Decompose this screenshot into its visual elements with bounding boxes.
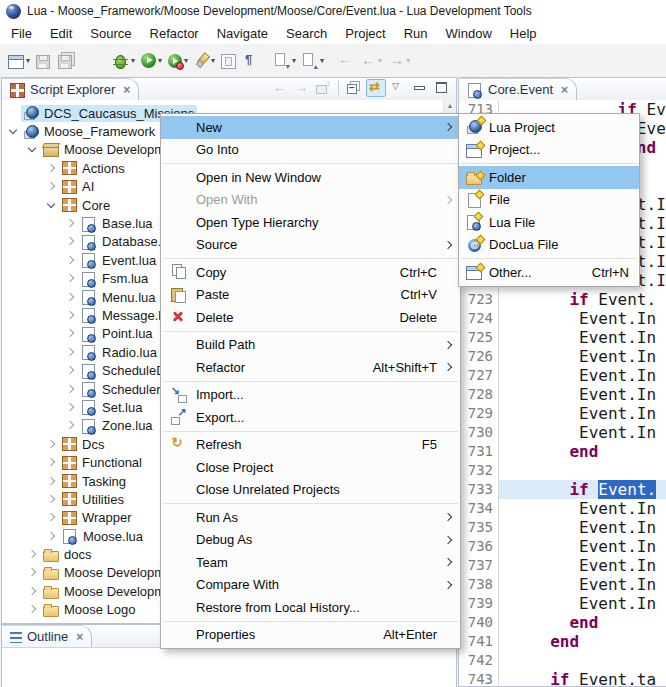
close-icon[interactable]: × [561, 83, 568, 97]
menu-edit[interactable]: Edit [41, 23, 81, 44]
debug-button[interactable]: ▾ [109, 48, 138, 73]
code-line-734[interactable]: 734 Event.In [459, 499, 666, 518]
chevron-right-icon[interactable] [44, 179, 59, 194]
tree-item-body[interactable]: Tasking [59, 473, 129, 490]
chevron-right-icon[interactable] [63, 234, 78, 249]
dropdown-arrow-icon[interactable]: ▾ [211, 56, 215, 65]
chevron-right-icon[interactable] [44, 492, 59, 507]
tree-item-body[interactable]: Fsm.lua [78, 270, 151, 287]
tree-item-body[interactable]: Utilities [59, 491, 127, 508]
show-whitespace-button[interactable] [239, 48, 261, 73]
menu-item-import[interactable]: Import... [161, 384, 460, 407]
dropdown-arrow-icon[interactable]: ▾ [158, 56, 162, 65]
menu-item-file[interactable]: File [459, 189, 639, 212]
tree-item-body[interactable]: Moose Mission Se [40, 620, 173, 623]
run-button[interactable]: ▾ [138, 48, 165, 73]
menu-item-export[interactable]: Export... [161, 406, 460, 429]
nav-up-button[interactable] [313, 79, 333, 97]
highlighter-button[interactable]: ▾ [191, 48, 218, 73]
menu-item-compare-with[interactable]: Compare With [161, 574, 460, 597]
menu-run[interactable]: Run [395, 23, 437, 44]
chevron-right-icon[interactable] [25, 602, 40, 617]
chevron-right-icon[interactable] [63, 216, 78, 231]
code-line-730[interactable]: 730 Event.In [459, 423, 666, 442]
code-line-743[interactable]: 743 if Event.ta [459, 670, 666, 686]
dropdown-arrow-icon[interactable]: ▾ [406, 56, 410, 65]
menu-item-lua-project[interactable]: Lua Project [459, 116, 639, 139]
menu-item-debug-as[interactable]: Debug As [161, 529, 460, 552]
code-line-733[interactable]: 733 if Event. [459, 480, 666, 499]
menu-item-open-in-new-window[interactable]: Open in New Window [161, 166, 460, 189]
chevron-right-icon[interactable] [63, 400, 78, 415]
menu-item-refactor[interactable]: RefactorAlt+Shift+T [161, 356, 460, 379]
chevron-right-icon[interactable] [44, 529, 59, 544]
dropdown-arrow-icon[interactable]: ▾ [131, 56, 135, 65]
minimize-button[interactable] [410, 79, 430, 97]
menu-help[interactable]: Help [501, 23, 546, 44]
save-button[interactable] [33, 48, 53, 73]
close-icon[interactable]: × [123, 83, 130, 97]
tree-item-body[interactable]: Wrapper [59, 509, 135, 526]
maximize-button[interactable] [432, 79, 452, 97]
code-line-735[interactable]: 735 Event.In [459, 518, 666, 537]
tree-item-body[interactable]: Moose.lua [59, 528, 146, 545]
tree-item-body[interactable]: Menu.lua [78, 289, 158, 306]
profile-button[interactable]: ▾ [165, 48, 191, 73]
tree-item-body[interactable]: Event.lua [78, 252, 159, 269]
code-line-727[interactable]: 727 Event.In [459, 366, 666, 385]
chevron-down-icon[interactable] [25, 142, 40, 157]
code-line-742[interactable]: 742 [459, 651, 666, 670]
dropdown-arrow-icon[interactable]: ▾ [292, 56, 296, 65]
tree-item-body[interactable]: Dcs [59, 436, 107, 453]
code-line-725[interactable]: 725 Event.In [459, 328, 666, 347]
view-menu-button[interactable] [388, 79, 408, 97]
tree-item-body[interactable]: Moose Developme [40, 583, 175, 600]
code-line-741[interactable]: 741 end [459, 632, 666, 651]
menu-refactor[interactable]: Refactor [141, 23, 208, 44]
menu-item-open-type-hierarchy[interactable]: Open Type Hierarchy [161, 211, 460, 234]
tree-item-body[interactable]: Set.lua [78, 399, 145, 416]
menu-item-folder[interactable]: Folder [459, 166, 639, 189]
menu-item-source[interactable]: Source [161, 234, 460, 257]
menu-item-refresh[interactable]: RefreshF5 [161, 434, 460, 457]
forward-button[interactable]: ▾ [385, 48, 413, 73]
chevron-right-icon[interactable] [44, 474, 59, 489]
menu-item-new[interactable]: New [161, 116, 460, 139]
menu-item-run-as[interactable]: Run As [161, 506, 460, 529]
menu-item-copy[interactable]: CopyCtrl+C [161, 261, 460, 284]
tree-item-body[interactable]: Point.lua [78, 325, 156, 342]
dropdown-arrow-icon[interactable]: ▾ [378, 56, 382, 65]
link-editor-button[interactable] [366, 79, 386, 97]
menu-item-delete[interactable]: DeleteDelete [161, 306, 460, 329]
tree-item-body[interactable]: Moose_Framework [21, 123, 158, 140]
menu-item-other[interactable]: Other...Ctrl+N [459, 261, 639, 284]
menu-item-close-project[interactable]: Close Project [161, 456, 460, 479]
code-line-724[interactable]: 724 Event.In [459, 309, 666, 328]
menu-file[interactable]: File [2, 23, 41, 44]
mark-occurrences-button[interactable] [218, 48, 239, 73]
nav-forward-button[interactable] [291, 79, 311, 97]
chevron-right-icon[interactable] [63, 290, 78, 305]
dropdown-arrow-icon[interactable]: ▾ [184, 56, 188, 65]
last-edit-location-button[interactable] [335, 48, 357, 73]
menu-project[interactable]: Project [336, 23, 394, 44]
menu-item-doclua-file[interactable]: DocLua File [459, 234, 639, 257]
menu-item-lua-file[interactable]: Lua File [459, 211, 639, 234]
chevron-right-icon[interactable] [25, 547, 40, 562]
tab-script-explorer[interactable]: Script Explorer × [2, 78, 139, 100]
tree-item-body[interactable]: Radio.lua [78, 344, 160, 361]
code-line-732[interactable]: 732 [459, 461, 666, 480]
tree-item-body[interactable]: Zone.lua [78, 417, 156, 434]
chevron-right-icon[interactable] [44, 437, 59, 452]
menu-item-open-with[interactable]: Open With [161, 189, 460, 212]
chevron-right-icon[interactable] [44, 161, 59, 176]
close-icon[interactable]: × [76, 630, 83, 644]
dropdown-arrow-icon[interactable]: ▾ [26, 56, 30, 65]
collapse-all-button[interactable] [344, 79, 364, 97]
menu-item-go-into[interactable]: Go Into [161, 139, 460, 162]
chevron-right-icon[interactable] [63, 363, 78, 378]
chevron-down-icon[interactable] [44, 198, 59, 213]
code-line-738[interactable]: 738 Event.In [459, 575, 666, 594]
code-line-731[interactable]: 731 end [459, 442, 666, 461]
menu-item-paste[interactable]: PasteCtrl+V [161, 284, 460, 307]
